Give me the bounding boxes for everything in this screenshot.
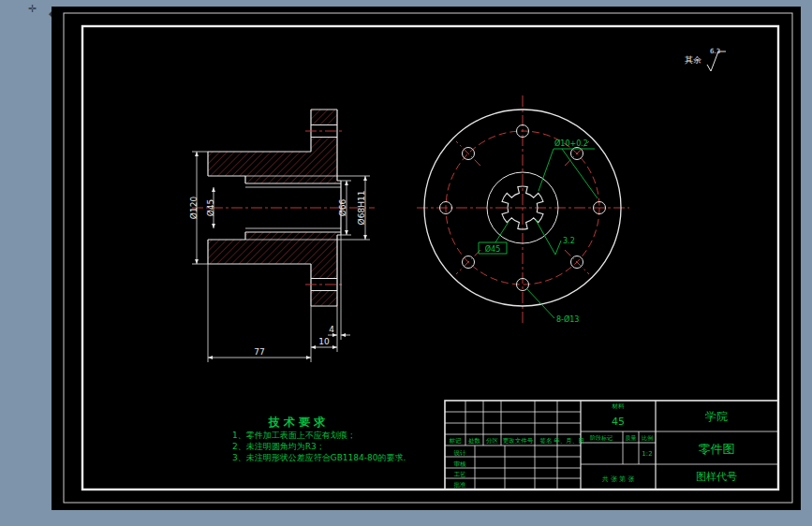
surface-finish-note: 其余 6.3 [685, 48, 726, 71]
material-label: 材料 [612, 402, 626, 410]
scale-label: 比例 [642, 434, 653, 442]
title-block: 标记 处数 分区 更改文件号 签名 年、月、日 设计 审核 工艺 批准 材料 4… [445, 401, 778, 489]
scale-value: 1:2 [642, 450, 652, 458]
bolt-holes-leader [527, 289, 554, 318]
rev-header: 分区 [486, 437, 499, 445]
rev-header: 更改文件号 [503, 437, 534, 445]
roughness-value: 3.2 [563, 237, 575, 245]
face-view-centerlines [417, 95, 629, 323]
roughness-symbol [552, 241, 561, 255]
stage-label: 阶段标记 [590, 434, 613, 442]
sign-row-label: 审核 [454, 460, 467, 468]
dim-spigot-dia: Ø66 [338, 198, 347, 216]
surface-note-prefix: 其余 [685, 55, 701, 65]
tech-req-item: 3、未注明形状公差应符合GB1184-80的要求. [232, 453, 406, 462]
tech-req-item: 2、未注明圆角均为R3； [232, 442, 325, 451]
doc-type: 零件图 [699, 442, 735, 456]
cad-drawing: Ø120 Ø45 Ø66 Ø68H11 77 10 4 [52, 7, 801, 510]
left-section-view: Ø120 Ø45 Ø66 Ø68H11 77 10 4 [189, 110, 375, 362]
sign-row-label: 设计 [454, 449, 467, 457]
rev-header: 处数 [468, 437, 481, 445]
school-name: 学院 [705, 410, 728, 423]
cross-mark-icon: ✛ [28, 4, 37, 14]
dim-hub-length: 77 [254, 347, 264, 357]
dim-outer-dia: Ø120 [189, 197, 199, 220]
bolt-holes-label: 8-Ø13 [556, 314, 579, 324]
drawing-number-label: 图样代号 [696, 471, 737, 483]
dim-spigot-length: 4 [329, 325, 334, 334]
material-value: 45 [612, 416, 625, 428]
rev-header: 签名 [540, 437, 553, 445]
cad-canvas[interactable]: Ø120 Ø45 Ø66 Ø68H11 77 10 4 [52, 7, 801, 510]
dim-bore-dia: Ø45 [206, 199, 215, 217]
dim-flange-thickness: 10 [318, 337, 330, 346]
technical-requirements: 技 术 要 求 1、零件加工表面上不应有划痕； 2、未注明圆角均为R3； 3、未… [232, 416, 406, 462]
roughness-leader [536, 220, 552, 248]
sheet-frames [64, 13, 792, 503]
sign-row-label: 工艺 [454, 471, 467, 478]
tech-req-title: 技 术 要 求 [268, 416, 326, 429]
boxed-dim-label: Ø45 [485, 244, 500, 254]
spline-width-label: Ø10+0.2 [554, 139, 588, 148]
sign-row-label: 批准 [454, 481, 467, 489]
sheet-text: 共 张 第 张 [602, 475, 635, 483]
face-view-annotations [479, 149, 598, 318]
tech-req-item: 1、零件加工表面上不应有划痕； [232, 431, 356, 440]
rev-header: 标记 [449, 437, 463, 445]
face-view-annotation-labels: Ø10+0.2 Ø45 3.2 8-Ø13 [485, 139, 588, 324]
rev-header: 年、月、日 [554, 437, 584, 445]
left-view-dim-labels: Ø120 Ø45 Ø66 Ø68H11 77 10 4 [189, 191, 366, 357]
right-face-view: Ø10+0.2 Ø45 3.2 8-Ø13 [417, 95, 629, 324]
qty-label: 质量 [626, 434, 637, 441]
dim-counterbore-dia: Ø68H11 [357, 191, 366, 226]
spline-width-leader2 [562, 149, 598, 198]
